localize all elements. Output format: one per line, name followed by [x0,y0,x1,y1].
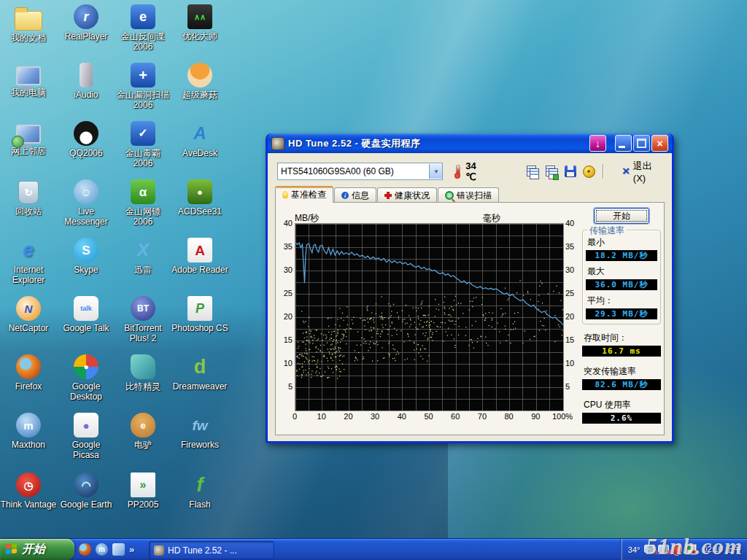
options-button[interactable] [580,163,599,180]
drive-select-value: HTS541060G9SA00 (60 GB) [278,166,429,176]
y-tick-left: 25 [276,289,293,298]
desktop-icon-label: Skype [58,265,115,275]
x-tick: 50 [416,412,442,421]
desktop-icon[interactable]: mMaxthon [0,413,57,450]
live-messenger-icon: ☺ [74,179,98,204]
desktop-icon-label: AveDesk [171,148,228,158]
desktop-icon[interactable]: eInternet Explorer [0,238,57,285]
desktop-icon[interactable]: talkGoogle Talk [58,296,115,333]
fireworks-icon: fw [187,413,212,438]
desktop-icon-label: Google Picasa [58,440,115,460]
desktop-icon[interactable]: 比特精灵 [115,354,171,392]
start-benchmark-button[interactable]: 开始 [594,208,649,224]
netcaptor-icon: N [16,296,41,321]
desktop-icon[interactable]: X迅雷 [115,238,171,275]
desktop-icon[interactable]: ∧∧优化大师 [171,4,228,42]
quicklaunch-overflow-chevron[interactable]: » [129,544,134,555]
browser-quicklaunch-icon[interactable] [79,543,91,556]
benchmark-tab-page: MB/秒 毫秒 403530252015105 403530252015105 … [275,202,665,435]
save-button[interactable] [561,163,580,180]
desktop-icon[interactable]: AAdobe Reader [171,238,228,275]
desktop-icon[interactable]: »PP2005 [115,472,171,510]
desktop-icon[interactable]: 网上邻居 [0,121,57,156]
exit-button[interactable]: × 退出(X) [622,160,665,184]
desktop-icon[interactable]: ●ACDSee31 [171,179,228,217]
desktop-icon[interactable]: ☺Live Messenger [58,179,115,227]
desktop-icon[interactable]: 我的电脑 [0,63,57,98]
minimize-button[interactable] [615,135,632,152]
cpu-usage-value: 2.6% [582,413,661,424]
desktop-icon[interactable]: fFlash [171,472,228,510]
desktop-icon[interactable]: ◠Google Earth [58,472,115,510]
desktop-icon[interactable]: α金山网镖 2006 [115,179,171,227]
desktop-icon[interactable]: SSkype [58,238,115,275]
mail-quicklaunch-icon[interactable] [112,543,125,556]
desktop-icon[interactable]: e金山反间谍 2006 [115,4,171,52]
desktop-icon-label: 回收站 [0,206,57,217]
desktop-icon[interactable]: iAudio [58,63,115,100]
desktop-icon[interactable]: 超级蘑菇 [171,63,228,100]
hdtune-task-button[interactable]: HD Tune 2.52 - ... [149,541,274,559]
desktop-icon[interactable]: ◷Think Vantage [0,472,57,510]
drive-select[interactable]: HTS541060G9SA00 (60 GB) ▼ [277,163,443,180]
toolbar: HTS541060G9SA00 (60 GB) ▼ 34 ℃ × 退出(X) [277,162,665,181]
hdtune-task-icon [154,545,164,556]
tab-bar: 基准检查i信息健康状况错误扫描 [275,187,500,203]
google-earth-icon: ◠ [74,472,98,497]
screenshot-arrow-button[interactable]: ↓ [589,135,606,152]
desktop-icon[interactable]: 我的文档 [0,4,57,43]
emule-icon: e [131,413,155,438]
desktop-icon-label: Google Talk [58,323,115,333]
google-talk-icon: talk [74,296,98,321]
desktop-icon[interactable]: fwFireworks [171,413,228,450]
window-title: HD Tune 2.52 - 硬盘实用程序 [288,137,588,150]
titlebar[interactable]: HD Tune 2.52 - 硬盘实用程序 ↓ × [268,133,672,153]
acdsee-icon: ● [187,179,212,204]
app-icon [271,137,285,150]
desktop-icon[interactable]: e电驴 [115,413,171,450]
youhua-dashi-icon: ∧∧ [187,4,212,29]
desktop-icon[interactable]: rRealPlayer [58,4,115,42]
desktop-icon[interactable]: AAveDesk [171,121,228,158]
desktop-icon[interactable]: +金山漏洞扫描 2006 [115,63,171,110]
desktop-icon-label: Adobe Reader [171,265,228,275]
desktop-icon-label: 金山网镖 2006 [115,206,171,227]
tab-健康状况[interactable]: 健康状况 [377,187,437,203]
desktop-icon-label: Live Messenger [58,206,115,227]
close-button[interactable]: × [651,135,668,152]
copy-image-button[interactable] [542,163,561,180]
desktop-icon-label: QQ2006 [58,148,115,158]
maxthon-quicklaunch-icon[interactable]: m [96,543,108,556]
desktop-icon[interactable]: ✓金山毒霸 2006 [115,121,171,168]
desktop-icon[interactable]: QQ2006 [58,121,115,158]
maximize-button[interactable] [633,135,650,152]
copy-text-button[interactable] [523,163,542,180]
super-mushroom-icon [187,63,212,88]
y-tick-left: 5 [276,382,293,391]
tab-基准检查[interactable]: 基准检查 [275,186,333,203]
desktop-icon[interactable]: dDreamweaver [171,354,228,392]
tab-信息[interactable]: i信息 [334,187,376,203]
desktop-icon-label: Dreamweaver [171,381,228,392]
chevron-down-icon[interactable]: ▼ [429,164,442,179]
desktop-icon[interactable]: ↻回收站 [0,179,57,217]
kingsoft-firewall-icon: α [131,179,155,204]
desktop-icon[interactable]: ●Google Picasa [58,413,115,460]
y-tick-left: 30 [276,265,293,274]
tab-错误扫描[interactable]: 错误扫描 [438,187,499,203]
desktop-icon[interactable]: BTBitTorrent Plus! 2 [115,296,171,343]
maxthon-icon: m [16,413,41,438]
desktop-icon[interactable]: NNetCaptor [0,296,57,333]
desktop-icon[interactable]: ●Google Desktop [58,354,115,402]
start-button[interactable]: 开始 [0,539,74,560]
desktop-icon[interactable]: PPhotoshop CS [171,296,228,333]
max-label: 最大 [587,265,657,278]
desktop-icon-label: RealPlayer [58,31,115,42]
desktop-icon[interactable]: Firefox [0,354,57,392]
desktop-icon-label: 优化大师 [171,31,228,42]
desktop-icon-label: Fireworks [171,440,228,450]
desktop-icon-label: ACDSee31 [171,206,228,217]
min-value: 18.2 MB/秒 [586,250,657,261]
desktop-icon-label: Flash [171,499,228,510]
x-tick: 30 [362,412,388,421]
